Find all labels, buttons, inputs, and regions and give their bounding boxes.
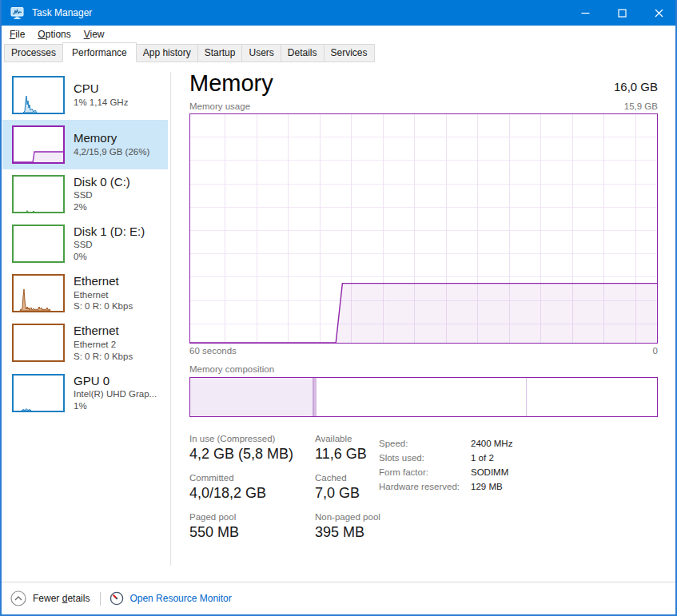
menu-file[interactable]: File (3, 27, 31, 42)
sidebar-item-sub2: S: 0 R: 0 Kbps (74, 351, 133, 363)
usage-chart-max: 15,9 GB (624, 101, 658, 111)
disk1-mini-chart (12, 225, 65, 263)
maximize-button[interactable] (603, 0, 640, 26)
sidebar-item-title: Memory (74, 131, 149, 145)
sidebar-divider (170, 72, 171, 566)
title-bar: Task Manager (0, 0, 677, 26)
composition-in-use-segment (190, 378, 314, 416)
stat-label: In use (Compressed) (189, 434, 307, 443)
stat-label: Non-paged pool (315, 512, 445, 522)
sidebar-item-sub2: 2% (74, 201, 130, 213)
close-button[interactable] (640, 0, 677, 26)
minimize-icon (581, 9, 590, 18)
sidebar-item-sub: Ethernet 2 (74, 339, 133, 351)
fewer-details-button[interactable]: Fewer details (33, 593, 90, 604)
menu-options[interactable]: Options (31, 27, 77, 42)
sidebar-item-sub2: 1% (74, 400, 157, 412)
memory-usage-chart[interactable] (189, 113, 658, 344)
close-icon (655, 9, 663, 18)
detail-value: 129 MB (471, 479, 503, 494)
window-title: Task Manager (32, 7, 567, 18)
status-bar: Fewer details Open Resource Monitor (2, 582, 675, 614)
sidebar-item-sub: Ethernet (74, 289, 133, 301)
sidebar-item-sub: SSD (74, 239, 145, 251)
sidebar-item-title: Disk 1 (D: E:) (74, 225, 145, 238)
sidebar-item-cpu[interactable]: CPU 1% 1,14 GHz (2, 70, 168, 120)
resource-monitor-icon (110, 591, 124, 606)
composition-standby-segment (317, 378, 527, 416)
cpu-mini-chart (12, 76, 65, 114)
sidebar-item-title: Ethernet (74, 324, 133, 337)
sidebar-item-sub: Intel(R) UHD Grap... (74, 388, 157, 400)
sidebar-item-sub: 1% 1,14 GHz (74, 97, 128, 109)
composition-free-segment (527, 378, 657, 416)
stat-value: 4,2 GB (5,8 MB) (189, 446, 307, 463)
task-manager-window: Task Manager File Options View Processes… (0, 0, 677, 616)
tab-processes[interactable]: Processes (4, 44, 63, 62)
tab-services[interactable]: Services (324, 44, 375, 62)
sidebar-item-sub: 4,2/15,9 GB (26%) (74, 146, 149, 158)
stat-value: 550 MB (189, 524, 307, 541)
minimize-button[interactable] (567, 0, 603, 26)
detail-label: Form factor: (379, 465, 471, 479)
memory-total: 16,0 GB (614, 80, 658, 93)
stat-value: 395 MB (315, 524, 445, 541)
menu-view[interactable]: View (78, 27, 111, 42)
tab-users[interactable]: Users (241, 44, 281, 62)
memory-mini-chart (12, 125, 65, 164)
tab-performance[interactable]: Performance (62, 42, 137, 62)
stat-label: Paged pool (189, 512, 307, 522)
stat-value: 4,0/18,2 GB (189, 485, 307, 502)
sidebar-item-ethernet2[interactable]: Ethernet Ethernet 2 S: 0 R: 0 Kbps (2, 318, 168, 368)
x-axis-left-label: 60 seconds (189, 346, 237, 356)
sidebar-item-sub: SSD (74, 189, 130, 201)
memory-composition-bar[interactable] (189, 377, 658, 417)
detail-label: Speed: (379, 436, 471, 451)
x-axis-right-label: 0 (653, 346, 658, 356)
sidebar-item-title: CPU (74, 81, 128, 95)
sidebar-item-sub2: S: 0 R: 0 Kbps (74, 300, 133, 312)
task-manager-icon (10, 6, 24, 20)
sidebar-item-disk0[interactable]: Disk 0 (C:) SSD 2% (2, 169, 168, 219)
sidebar-item-title: Disk 0 (C:) (74, 175, 130, 189)
detail-value: SODIMM (471, 465, 508, 479)
sidebar-item-disk1[interactable]: Disk 1 (D: E:) SSD 0% (2, 219, 168, 268)
open-resource-monitor-link[interactable]: Open Resource Monitor (110, 591, 231, 606)
menu-bar: File Options View (2, 26, 675, 42)
maximize-icon (618, 9, 627, 18)
sidebar-item-memory[interactable]: Memory 4,2/15,9 GB (26%) (2, 120, 168, 169)
detail-value: 1 of 2 (471, 451, 494, 465)
memory-detail-pane: Memory 16,0 GB Memory usage 15,9 GB 60 s… (189, 62, 658, 551)
disk0-mini-chart (12, 175, 65, 213)
sidebar-item-sub2: 0% (74, 251, 145, 263)
performance-pane: CPU 1% 1,14 GHz Memory 4,2/15,9 GB (26%) (2, 62, 675, 582)
performance-sidebar: CPU 1% 1,14 GHz Memory 4,2/15,9 GB (26%) (2, 70, 168, 418)
tab-startup[interactable]: Startup (197, 44, 243, 62)
tab-strip: Processes Performance App history Startu… (2, 42, 675, 62)
detail-value: 2400 MHz (471, 436, 512, 451)
sidebar-item-gpu0[interactable]: GPU 0 Intel(R) UHD Grap... 1% (2, 368, 168, 418)
sidebar-item-ethernet1[interactable]: Ethernet Ethernet S: 0 R: 0 Kbps (2, 268, 168, 318)
chevron-up-circle-icon[interactable] (10, 590, 26, 606)
composition-label: Memory composition (189, 364, 658, 374)
tab-details[interactable]: Details (281, 44, 325, 62)
page-title: Memory (189, 70, 273, 97)
footer-separator (100, 592, 101, 606)
sidebar-item-title: GPU 0 (74, 374, 157, 387)
hardware-details: Speed: 2400 MHz Slots used: 1 of 2 Form … (379, 436, 512, 494)
memory-usage-series (190, 114, 657, 343)
gpu0-mini-chart (12, 374, 65, 412)
ethernet2-mini-chart (12, 324, 65, 362)
tab-app-history[interactable]: App history (136, 44, 198, 62)
detail-label: Hardware reserved: (379, 479, 471, 494)
detail-label: Slots used: (379, 451, 471, 465)
usage-chart-label: Memory usage (189, 101, 250, 111)
stat-label: Committed (189, 473, 307, 483)
ethernet1-mini-chart (12, 274, 65, 312)
sidebar-item-title: Ethernet (74, 274, 133, 288)
